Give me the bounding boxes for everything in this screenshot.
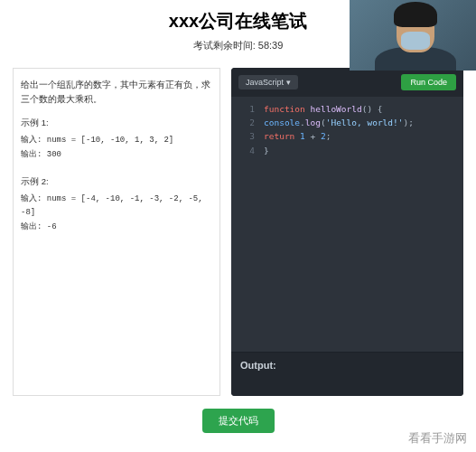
code-line: 2 console.log('Hello, world!'); bbox=[231, 116, 463, 129]
example-output: 输出: -6 bbox=[21, 221, 212, 234]
line-number: 1 bbox=[238, 102, 255, 116]
line-code: console.log('Hello, world!'); bbox=[264, 116, 414, 129]
code-line: 3 return 1 + 2; bbox=[231, 129, 463, 143]
language-select[interactable]: JavaScript ▾ bbox=[238, 75, 298, 89]
line-code: return 1 + 2; bbox=[264, 129, 331, 143]
output-body bbox=[231, 378, 463, 396]
run-code-button[interactable]: Run Code bbox=[401, 74, 456, 90]
code-editor[interactable]: 1function helloWorld() {2 console.log('H… bbox=[231, 97, 463, 352]
line-number: 3 bbox=[238, 129, 255, 143]
code-line: 4} bbox=[231, 144, 463, 157]
line-number: 2 bbox=[238, 116, 255, 129]
example-label: 示例 1: bbox=[21, 116, 212, 130]
submit-code-button[interactable]: 提交代码 bbox=[202, 409, 275, 433]
main-container: 给出一个组乱序的数字，其中元素有正有负，求三个数的最大乘积。 示例 1: 输入:… bbox=[0, 57, 476, 405]
line-number: 4 bbox=[238, 144, 255, 157]
timer-value: 58:39 bbox=[258, 40, 284, 51]
webcam-person bbox=[350, 0, 476, 71]
output-section: Output: bbox=[231, 352, 463, 396]
example-label: 示例 2: bbox=[21, 174, 212, 189]
webcam-feed bbox=[350, 0, 476, 71]
output-label: Output: bbox=[231, 353, 463, 378]
problem-statement: 给出一个组乱序的数字，其中元素有正有负，求三个数的最大乘积。 bbox=[21, 78, 212, 107]
example-input: 输入: nums = [-10, -10, 1, 3, 2] bbox=[21, 134, 212, 147]
example-1: 示例 1: 输入: nums = [-10, -10, 1, 3, 2] 输出:… bbox=[21, 116, 212, 162]
line-code: function helloWorld() { bbox=[264, 102, 383, 116]
code-toolbar: JavaScript ▾ Run Code bbox=[231, 68, 463, 97]
example-2: 示例 2: 输入: nums = [-4, -10, -1, -3, -2, -… bbox=[21, 174, 212, 234]
watermark: 看看手游网 bbox=[408, 430, 467, 447]
line-code: } bbox=[264, 144, 269, 157]
example-input: 输入: nums = [-4, -10, -1, -3, -2, -5, -8] bbox=[21, 193, 212, 221]
code-panel: JavaScript ▾ Run Code 1function helloWor… bbox=[231, 68, 463, 396]
code-line: 1function helloWorld() { bbox=[231, 102, 463, 116]
footer: 提交代码 bbox=[0, 405, 476, 437]
chevron-down-icon: ▾ bbox=[286, 78, 291, 87]
problem-panel: 给出一个组乱序的数字，其中元素有正有负，求三个数的最大乘积。 示例 1: 输入:… bbox=[13, 68, 220, 396]
example-output: 输出: 300 bbox=[21, 148, 212, 162]
